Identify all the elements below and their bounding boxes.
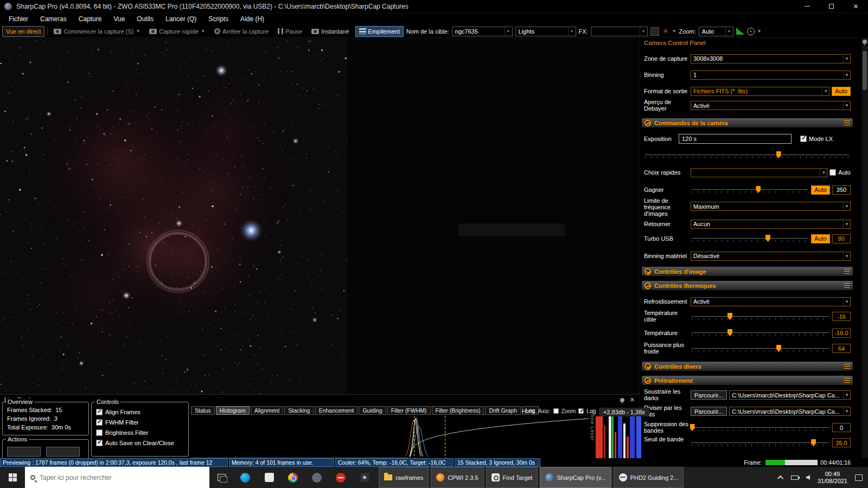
brightness-filter-checkbox[interactable] xyxy=(96,429,103,436)
panel-scrollbar[interactable] xyxy=(861,38,868,458)
stacking-button[interactable]: Empilement xyxy=(355,26,404,37)
taskbar-app-find-target[interactable]: Find Target xyxy=(486,467,538,488)
quick-picks-auto-checkbox[interactable] xyxy=(829,169,836,176)
maximize-button[interactable] xyxy=(819,0,844,13)
edge-button[interactable] xyxy=(233,467,257,488)
chrome-button[interactable] xyxy=(281,467,305,488)
taskbar-app-sharpcap[interactable]: SharpCap Pro (v... xyxy=(540,467,611,488)
align-frames-checkbox[interactable] xyxy=(96,409,103,415)
close-button[interactable]: ✕ xyxy=(844,0,868,13)
section-image-controls[interactable]: Contrôles d'image xyxy=(642,267,853,276)
section-menu-icon[interactable] xyxy=(844,283,850,288)
close-icon[interactable]: ✕ xyxy=(630,396,635,403)
darks-browse-button[interactable]: Parcourir... xyxy=(691,390,727,400)
app-button[interactable] xyxy=(257,467,281,488)
chevron-down-icon[interactable] xyxy=(757,29,762,34)
task-view-button[interactable] xyxy=(209,467,233,488)
pin-icon[interactable] xyxy=(863,40,867,44)
target-temp-value[interactable]: -16 xyxy=(832,312,851,321)
debayer-dropdown[interactable]: Activé xyxy=(691,101,851,110)
flats-path-dropdown[interactable]: C:\Users\marcb\Desktop\SharpCap Ca... xyxy=(729,407,851,416)
section-menu-icon[interactable] xyxy=(844,364,850,369)
app-button[interactable] xyxy=(305,467,329,488)
section-menu-icon[interactable] xyxy=(844,120,850,125)
flip-dropdown[interactable]: Aucun xyxy=(691,220,851,229)
section-preprocessing[interactable]: Prétraitement xyxy=(642,376,853,385)
pin-icon[interactable] xyxy=(620,398,624,402)
tab-stacking[interactable]: Stacking xyxy=(284,406,314,415)
menu-vue[interactable]: Vue xyxy=(108,14,130,24)
pause-button[interactable]: Pause xyxy=(275,26,305,37)
fx-combo[interactable] xyxy=(591,27,648,36)
menu-lancer[interactable]: Lancer (Q) xyxy=(160,14,202,24)
banding-threshold-value[interactable]: 35.0 xyxy=(832,438,851,447)
darks-path-dropdown[interactable]: C:\Users\marcb\Desktop\SharpCap Ca... xyxy=(729,390,851,400)
banding-slider[interactable] xyxy=(691,423,830,433)
tab-drift-graph[interactable]: Drift Graph xyxy=(485,406,520,415)
log-checkbox[interactable] xyxy=(578,408,584,414)
menu-capture[interactable]: Capture xyxy=(73,14,107,24)
menu-scripts[interactable]: Scripts xyxy=(203,14,234,24)
banding-threshold-slider[interactable] xyxy=(691,438,830,448)
taskbar-app-phd2[interactable]: PHD2 Guiding 2... xyxy=(614,467,684,488)
start-button[interactable] xyxy=(0,467,25,488)
gain-slider[interactable] xyxy=(691,185,809,195)
flats-browse-button[interactable]: Parcourir... xyxy=(691,407,727,416)
quick-picks-dropdown[interactable] xyxy=(691,168,827,177)
menu-fichier[interactable]: Fichier xyxy=(3,14,34,24)
action-center-icon[interactable] xyxy=(855,474,863,481)
target-temp-slider[interactable] xyxy=(691,312,830,322)
action-button[interactable] xyxy=(7,447,41,457)
histogram-graph[interactable] xyxy=(191,416,589,458)
tab-guiding[interactable]: Guiding xyxy=(359,406,386,415)
volume-icon[interactable] xyxy=(806,475,810,480)
live-view-button[interactable]: Vue en direct xyxy=(2,26,44,37)
selection-grid-icon[interactable] xyxy=(650,27,659,36)
quick-capture-button[interactable]: Capture rapide xyxy=(146,26,208,37)
taskbar-clock[interactable]: 00:49 31/08/2021 xyxy=(818,471,847,485)
menu-aide[interactable]: Aide (H) xyxy=(235,14,270,24)
usb-turbo-slider[interactable] xyxy=(691,234,809,243)
auto-save-checkbox[interactable] xyxy=(96,440,103,446)
fwhm-filter-checkbox[interactable] xyxy=(96,419,103,426)
section-misc-controls[interactable]: Contrôles divers xyxy=(642,362,853,371)
banding-value[interactable]: 0 xyxy=(832,423,851,432)
exposure-input[interactable]: 120 s xyxy=(679,134,792,144)
zoom-combo[interactable]: Auto xyxy=(699,27,733,36)
zoom-checkbox[interactable] xyxy=(553,408,559,414)
menu-cameras[interactable]: Cameras xyxy=(35,14,72,24)
exposure-slider[interactable] xyxy=(644,150,851,160)
capture-area-dropdown[interactable]: 3008x3008 xyxy=(691,54,851,63)
color-adjust-icon[interactable] xyxy=(662,28,669,35)
taskbar-search[interactable] xyxy=(25,467,209,488)
tab-enhancement[interactable]: Enhancement xyxy=(315,406,358,415)
frame-type-combo[interactable]: Lights xyxy=(515,27,576,36)
app-button[interactable] xyxy=(329,467,353,488)
binning-dropdown[interactable]: 1 xyxy=(691,70,851,80)
snapshot-button[interactable]: Instantané xyxy=(308,26,352,37)
hw-binning-dropdown[interactable]: Désactivé xyxy=(691,252,851,261)
minimize-button[interactable] xyxy=(795,0,819,13)
lx-mode-checkbox[interactable] xyxy=(800,136,807,142)
target-name-combo[interactable]: ngc7635 xyxy=(452,27,513,36)
cooler-power-slider[interactable] xyxy=(691,344,830,354)
action-button[interactable] xyxy=(46,447,80,457)
tab-filter-fwhm[interactable]: Filter (FWHM) xyxy=(387,406,431,415)
reticle-icon[interactable] xyxy=(747,28,755,35)
format-auto-button[interactable]: Auto xyxy=(832,87,851,96)
app-button[interactable] xyxy=(353,467,376,488)
chevron-down-icon[interactable] xyxy=(672,29,676,34)
section-menu-icon[interactable] xyxy=(844,269,850,274)
tab-status[interactable]: Status xyxy=(191,406,215,415)
usb-auto-button[interactable]: Auto xyxy=(811,234,830,243)
temperature-slider[interactable] xyxy=(691,328,830,338)
section-menu-icon[interactable] xyxy=(844,378,850,383)
tab-alignment[interactable]: Alignment xyxy=(251,406,284,415)
tab-filter-brightness[interactable]: Filter (Brightness) xyxy=(432,406,484,415)
search-input[interactable] xyxy=(40,474,204,481)
gain-auto-button[interactable]: Auto xyxy=(811,185,830,195)
framerate-limit-dropdown[interactable]: Maximum xyxy=(691,202,851,211)
taskbar-app-rawframes[interactable]: rawframes xyxy=(379,467,429,488)
start-capture-button[interactable]: Commencer la capture (S) xyxy=(50,26,143,37)
scrollbar-thumb[interactable] xyxy=(863,51,867,90)
